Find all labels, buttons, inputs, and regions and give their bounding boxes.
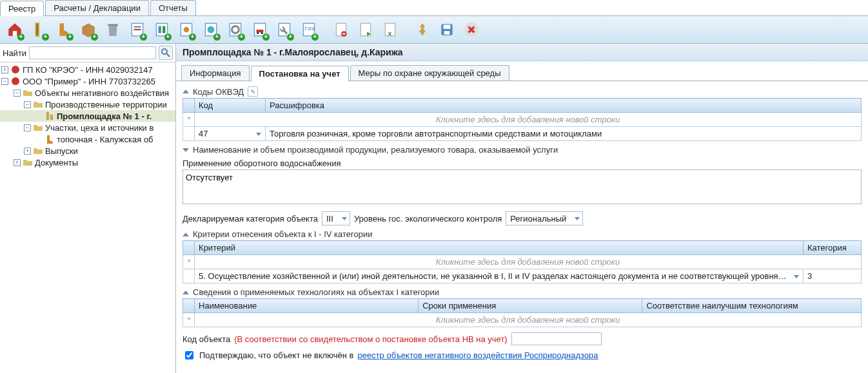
- chevron-down-icon[interactable]: [256, 133, 261, 136]
- svg-rect-30: [444, 24, 451, 29]
- category-label: Декларируемая категория объекта: [182, 214, 318, 224]
- criteria-cat-cell[interactable]: 3: [804, 269, 862, 283]
- okved-code-cell[interactable]: 47: [195, 127, 266, 141]
- tool-page-excel-icon[interactable]: x: [379, 19, 401, 41]
- site-icon: [44, 111, 55, 121]
- chevron-down-icon[interactable]: [182, 148, 189, 152]
- section-tech-label: Сведения о применяемых технологиях на об…: [193, 287, 439, 297]
- expand-icon[interactable]: +: [24, 148, 31, 155]
- tree-node-documents[interactable]: + Документы: [0, 157, 175, 168]
- form-area: Коды ОКВЭД ✎ Код Расшифровка * Кликните …: [176, 81, 868, 373]
- section-okved-label: Коды ОКВЭД: [193, 87, 244, 97]
- okved-col-code[interactable]: Код: [195, 99, 266, 113]
- tool-eagle-icon[interactable]: [411, 19, 433, 41]
- criteria-new-row[interactable]: * Кликните здесь для добавления новой ст…: [183, 255, 862, 269]
- okved-table: Код Расшифровка * Кликните здесь для доб…: [182, 98, 862, 141]
- tool-doc-d-icon[interactable]: [200, 19, 222, 41]
- criteria-table: Критерий Категория * Кликните здесь для …: [182, 240, 862, 283]
- search-label: Найти: [3, 48, 26, 58]
- tool-doc-b-icon[interactable]: [151, 19, 173, 41]
- confirm-checkbox[interactable]: [185, 351, 193, 359]
- tree-node-kreo[interactable]: + ГП КО "КРЭО" - ИНН 4029032147: [0, 64, 175, 75]
- tech-col-best[interactable]: Соответствие наилучшим технологиям: [642, 299, 862, 313]
- tool-doc-car-icon[interactable]: [249, 19, 271, 41]
- chevron-up-icon[interactable]: [182, 233, 189, 236]
- svg-point-35: [12, 66, 19, 73]
- svg-text:x: x: [388, 30, 392, 37]
- tab-registry[interactable]: Реестр: [0, 1, 44, 16]
- chevron-up-icon[interactable]: [182, 291, 189, 294]
- tree-node-objects[interactable]: − Объекты негативного воздействия: [0, 87, 175, 99]
- okved-col-desc[interactable]: Расшифровка: [266, 99, 862, 113]
- tab-registration[interactable]: Постановка на учет: [251, 66, 349, 81]
- code-input[interactable]: [511, 332, 602, 345]
- collapse-icon[interactable]: −: [14, 90, 21, 97]
- search-button[interactable]: [159, 46, 173, 60]
- control-label: Уровень гос. экологического контроля: [354, 214, 502, 224]
- collapse-icon[interactable]: −: [24, 101, 31, 108]
- tab-reports[interactable]: Отчеты: [150, 0, 196, 15]
- chevron-up-icon[interactable]: [182, 90, 189, 93]
- okved-new-row[interactable]: * Кликните здесь для добавления новой ст…: [183, 113, 862, 127]
- tool-doc-disk-icon[interactable]: [224, 19, 246, 41]
- svg-text:ГЭЭ: ГЭЭ: [305, 26, 315, 32]
- criteria-row[interactable]: 5. Осуществление хозяйственной и (или) и…: [183, 269, 862, 283]
- tool-doc-a-icon[interactable]: [126, 19, 148, 41]
- tree-node-site-1[interactable]: Промплощадка № 1 - г.: [0, 110, 175, 122]
- tool-add-box-icon[interactable]: [77, 19, 99, 41]
- criteria-col-crit[interactable]: Критерий: [195, 241, 804, 255]
- svg-point-18: [257, 32, 259, 34]
- tool-add-home-icon[interactable]: [4, 19, 26, 41]
- tree-node-furnace[interactable]: топочная - Калужская об: [0, 133, 175, 145]
- tool-add-boot-icon[interactable]: [53, 19, 75, 41]
- tree-node-territories[interactable]: − Производственные территории: [0, 99, 175, 110]
- category-select[interactable]: III: [322, 211, 350, 225]
- tree-node-areas[interactable]: − Участки, цеха и источники в: [0, 122, 175, 133]
- tree-node-primer[interactable]: − ООО "Пример" - ИНН 7703732265: [0, 75, 175, 87]
- tab-calculations[interactable]: Расчеты / Декларации: [45, 0, 149, 15]
- tool-close-icon[interactable]: [460, 19, 482, 41]
- control-select[interactable]: Региональный: [506, 211, 583, 225]
- code-label: Код объекта: [182, 334, 230, 344]
- folder-icon: [33, 99, 43, 110]
- collapse-icon[interactable]: −: [1, 78, 8, 85]
- tool-save-icon[interactable]: [436, 19, 458, 41]
- tree: + ГП КО "КРЭО" - ИНН 4029032147 − ООО "П…: [0, 62, 175, 373]
- collapse-icon[interactable]: −: [24, 124, 31, 131]
- tech-table: Наименование Сроки применения Соответств…: [182, 298, 862, 327]
- registry-link[interactable]: реестр объектов негативного воздействия …: [357, 350, 598, 360]
- tab-protection[interactable]: Меры по охране окружающей среды: [350, 65, 509, 81]
- tool-add-ruler-icon[interactable]: [28, 19, 50, 41]
- search-input[interactable]: [29, 46, 156, 59]
- criteria-crit-cell[interactable]: 5. Осуществление хозяйственной и (или) и…: [195, 269, 804, 283]
- water-label: Применение оборотного водоснабжения: [182, 158, 862, 168]
- criteria-col-cat[interactable]: Категория: [804, 241, 862, 255]
- tech-new-row[interactable]: * Кликните здесь для добавления новой ст…: [183, 313, 862, 327]
- tab-information[interactable]: Информация: [181, 65, 250, 81]
- tree-node-releases[interactable]: + Выпуски: [0, 145, 175, 157]
- toolbar: ГЭЭ x: [0, 16, 868, 44]
- tool-trash-icon[interactable]: [102, 19, 124, 41]
- tool-page-export-icon[interactable]: [355, 19, 377, 41]
- edit-okved-button[interactable]: ✎: [248, 86, 258, 97]
- chevron-down-icon[interactable]: [794, 275, 799, 278]
- tool-doc-c-icon[interactable]: [175, 19, 197, 41]
- okved-desc-cell[interactable]: Торговля розничная, кроме торговли автот…: [266, 127, 862, 141]
- tool-page-minus-icon[interactable]: [330, 19, 352, 41]
- tool-doc-wrench-icon[interactable]: [273, 19, 295, 41]
- svg-rect-31: [444, 31, 450, 34]
- tool-doc-gee-icon[interactable]: ГЭЭ: [298, 19, 320, 41]
- boot-icon: [44, 134, 55, 144]
- svg-rect-8: [159, 26, 161, 33]
- folder-icon: [33, 122, 43, 133]
- tech-col-term[interactable]: Сроки применения: [419, 299, 642, 313]
- content-title: Промплощадка № 1 - г.Малоярославец, д.Ка…: [176, 44, 868, 61]
- okved-row[interactable]: 47 Торговля розничная, кроме торговли ав…: [183, 127, 862, 141]
- search-icon: [161, 48, 171, 58]
- svg-point-33: [162, 49, 167, 54]
- expand-icon[interactable]: +: [1, 66, 8, 73]
- tech-col-name[interactable]: Наименование: [195, 299, 419, 313]
- water-textarea[interactable]: [182, 169, 862, 204]
- expand-icon[interactable]: +: [14, 159, 21, 166]
- code-note: (В соответствии со свидетельством о пост…: [234, 334, 508, 344]
